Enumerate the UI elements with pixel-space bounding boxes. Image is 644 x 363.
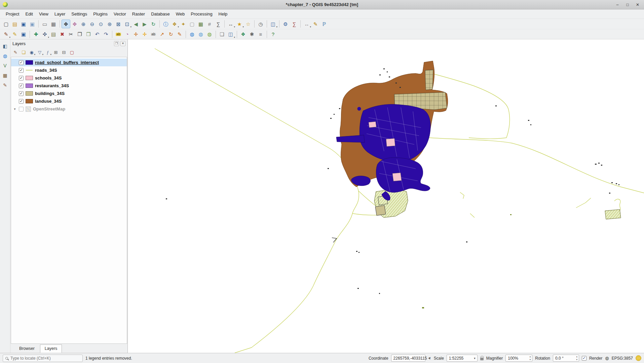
undo-icon[interactable]: ↶ — [93, 30, 102, 39]
plugin-manager-icon[interactable]: ❖ — [239, 30, 248, 39]
add-raster-layer-icon[interactable]: ▦ — [1, 71, 9, 79]
identify-features-icon[interactable]: ⓘ — [161, 20, 170, 28]
change-label-icon[interactable]: ✎ — [175, 30, 184, 39]
new-print-layout-icon[interactable]: ▭ — [40, 20, 49, 28]
new-map-view-icon[interactable]: ◫ — [269, 20, 277, 28]
paste-features-icon[interactable]: ❒ — [84, 30, 93, 39]
help-contents-icon[interactable]: ? — [269, 30, 277, 39]
layer-item-restaurants-34s[interactable]: restaurants_34S — [11, 82, 127, 90]
show-hide-labels-icon[interactable]: ab — [149, 30, 158, 39]
delete-selected-icon[interactable]: ✖ — [58, 30, 67, 39]
osm-download-icon[interactable]: ◍ — [205, 30, 214, 39]
layer-visibility-checkbox[interactable] — [19, 84, 24, 88]
pan-to-selection-icon[interactable]: ✥ — [70, 20, 79, 28]
pin-labels-icon[interactable]: ✛ — [131, 30, 140, 39]
data-source-manager-icon[interactable]: ◧ — [1, 42, 9, 50]
processing-toolbox-icon[interactable]: ⚙ — [281, 20, 290, 28]
zoom-to-selection-icon[interactable]: ⊠ — [114, 20, 123, 28]
layer-visibility-checkbox[interactable] — [19, 91, 24, 96]
menu-raster[interactable]: Raster — [129, 10, 148, 18]
add-group-icon[interactable]: ❏ — [20, 48, 27, 56]
menu-processing[interactable]: Processing — [188, 10, 215, 18]
processing-history-icon[interactable]: ✱ — [248, 30, 256, 39]
layer-item-landuse-34s[interactable]: landuse_34S — [11, 97, 127, 105]
measure-area-icon[interactable]: ↔ — [302, 20, 311, 28]
save-project-icon[interactable]: ▣ — [19, 20, 28, 28]
vertex-tool-icon[interactable]: ✜ — [40, 30, 49, 39]
maximize-icon[interactable] — [622, 1, 633, 8]
map-canvas[interactable] — [128, 39, 644, 353]
layer-visibility-checkbox[interactable] — [19, 68, 24, 73]
toggle-editing-icon[interactable]: ✎ — [10, 30, 19, 39]
layer-visibility-checkbox[interactable] — [19, 60, 24, 65]
quickmap-services-icon[interactable]: ◍ — [1, 52, 9, 60]
remove-layer-icon[interactable]: ▢ — [68, 48, 76, 56]
measure-icon[interactable]: ↔ — [226, 20, 235, 28]
copy-style-icon[interactable]: ❏ — [218, 30, 226, 39]
tab-layers[interactable]: Layers — [40, 344, 62, 353]
zoom-next-icon[interactable]: ▶ — [140, 20, 149, 28]
menu-database[interactable]: Database — [148, 10, 173, 18]
extent-toggle-icon[interactable] — [427, 356, 432, 361]
highlight-pinned-labels-icon[interactable]: ✛ — [140, 30, 149, 39]
zoom-to-layer-icon[interactable]: ⊡ — [123, 20, 131, 28]
show-spatial-bookmarks-icon[interactable]: ★ — [235, 20, 244, 28]
redo-icon[interactable]: ↷ — [102, 30, 110, 39]
rotation-field[interactable]: 0.0 ° — [553, 355, 579, 362]
expand-all-icon[interactable]: ⊞ — [52, 48, 60, 56]
layer-visibility-checkbox[interactable] — [19, 76, 24, 80]
show-layout-manager-icon[interactable]: ▦ — [49, 20, 58, 28]
move-label-icon[interactable]: ↗ — [158, 30, 166, 39]
locate-bar[interactable] — [3, 355, 83, 362]
filter-by-expression-icon[interactable]: ƒ — [44, 48, 51, 56]
layer-visibility-checkbox[interactable] — [19, 107, 24, 111]
new-spatial-bookmark-icon[interactable]: ☆ — [244, 20, 253, 28]
zoom-full-icon[interactable]: ⊛ — [105, 20, 114, 28]
rotate-label-icon[interactable]: ↻ — [166, 30, 175, 39]
layer-item-roads-34s[interactable]: roads_34S — [11, 66, 127, 74]
minimize-icon[interactable] — [612, 1, 622, 8]
new-project-icon[interactable]: ▢ — [2, 20, 10, 28]
menu-edit[interactable]: Edit — [22, 10, 36, 18]
open-layer-styling-icon[interactable]: ✎ — [12, 48, 19, 56]
save-project-as-icon[interactable]: ▣ — [28, 20, 37, 28]
copy-features-icon[interactable]: ❐ — [75, 30, 84, 39]
temporal-controller-icon[interactable]: ◷ — [256, 20, 265, 28]
zoom-out-icon[interactable]: ⊖ — [88, 20, 97, 28]
tab-browser[interactable]: Browser — [14, 344, 39, 353]
filter-legend-icon[interactable]: ▽ — [36, 48, 43, 56]
locate-input[interactable] — [10, 356, 80, 361]
menu-layer[interactable]: Layer — [51, 10, 69, 18]
scale-combo[interactable]: 1:52255 — [447, 355, 478, 362]
menu-plugins[interactable]: Plugins — [90, 10, 111, 18]
collapse-all-icon[interactable]: ⊟ — [60, 48, 68, 56]
layer-styling-dock-icon[interactable]: ✎ — [1, 81, 9, 89]
menu-vector[interactable]: Vector — [111, 10, 129, 18]
statistics-panel-icon[interactable]: ∑ — [290, 20, 299, 28]
statistical-summary-icon[interactable]: ∑ — [214, 20, 223, 28]
annotations-icon[interactable]: ✎ — [311, 20, 320, 28]
manage-map-themes-icon[interactable]: ◉ — [28, 48, 35, 56]
menu-web[interactable]: Web — [173, 10, 188, 18]
geocoder-search-icon[interactable]: ◍ — [188, 30, 196, 39]
magnifier-field[interactable]: 100% — [505, 355, 532, 362]
current-edits-icon[interactable]: ✎ — [2, 30, 10, 39]
expand-arrow-icon[interactable] — [13, 107, 17, 111]
menu-view[interactable]: View — [36, 10, 51, 18]
layer-labeling-icon[interactable]: ab — [114, 30, 123, 39]
new-3d-map-view-icon[interactable]: ◫ — [226, 30, 235, 39]
render-checkbox[interactable] — [582, 356, 586, 361]
add-vector-layer-icon[interactable]: V — [1, 62, 9, 70]
deselect-all-icon[interactable]: ▢ — [188, 20, 196, 28]
save-layer-edits-icon[interactable]: ▣ — [19, 30, 28, 39]
open-attribute-table-icon[interactable]: ▦ — [196, 20, 205, 28]
cut-features-icon[interactable]: ✂ — [67, 30, 75, 39]
messages-icon[interactable] — [636, 355, 641, 361]
multiedit-attributes-icon[interactable]: ▤ — [49, 30, 58, 39]
zoom-in-icon[interactable]: ⊕ — [79, 20, 88, 28]
menu-help[interactable]: Help — [216, 10, 231, 18]
crs-badge[interactable]: EPSG:3857 — [612, 356, 633, 361]
undock-panel-icon[interactable] — [114, 41, 119, 46]
layer-diagrams-icon[interactable]: ◔ — [123, 30, 131, 39]
coordinate-field[interactable]: 2265759,-4033115 — [391, 355, 425, 362]
